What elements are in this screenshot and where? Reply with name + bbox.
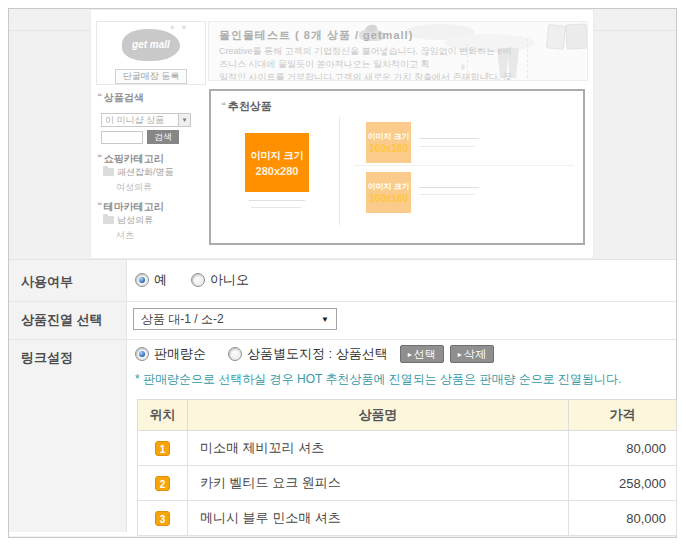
shopping-category-title: ❝쇼핑카테고리	[97, 152, 164, 166]
small-image-size: 160x160	[369, 143, 408, 154]
text-placeholder-line	[419, 187, 479, 188]
getmall-logo: get mall	[122, 29, 180, 61]
hanging-shirt-icon	[565, 23, 587, 49]
custom-select-label[interactable]: 상품별도지정 : 상품선택	[247, 345, 388, 363]
position-badge-2: 2	[155, 476, 170, 491]
settings-form: 사용여부 예 아니오 상품진열 선택 상품 대-1 / 소-2 ▼ 링크설정 판…	[9, 259, 676, 536]
position-header: 위치	[138, 400, 188, 431]
small-image-label: 이미지 크기	[367, 181, 409, 192]
price-header: 가격	[569, 400, 677, 431]
recommended-products-title: ❝추천상품	[221, 99, 272, 114]
arrow-right-icon: ▸	[408, 350, 412, 359]
recommended-products-settings-page: ✶ ✶ get mall 단골매장 등록 몰인몰테스트 ( 8개 상품 / ge…	[0, 0, 686, 544]
custom-select-radio[interactable]	[228, 347, 242, 361]
text-placeholder-line	[251, 207, 301, 208]
link-setting-label: 링크설정	[21, 349, 73, 367]
category-shirts[interactable]: 셔츠	[116, 229, 134, 242]
big-image-label: 이미지 크기	[251, 149, 304, 163]
search-scope-value: 이 미니샵 상품	[105, 115, 164, 125]
minishop-logo-panel: ✶ ✶ get mall 단골매장 등록	[96, 21, 206, 85]
position-cell: 2	[138, 466, 188, 501]
theme-category-title: ❝테마카테고리	[97, 200, 164, 214]
name-header: 상품명	[188, 400, 569, 431]
hanging-dress-icon	[546, 24, 566, 50]
table-row: 1 미소매 제비꼬리 셔츠 80,000	[138, 431, 677, 466]
product-search-title: ❝상품검색	[97, 91, 144, 105]
minishop-header-banner: 몰인몰테스트 ( 8개 상품 / getmall) Creative를 통해 고…	[208, 21, 588, 81]
select-products-button[interactable]: ▸선택	[400, 345, 444, 363]
use-yes-label[interactable]: 예	[154, 271, 167, 289]
category-fashion-accessories[interactable]: 패션잡화/명품	[103, 166, 174, 179]
chevron-down-icon: ▼	[321, 315, 329, 325]
product-price-cell: 80,000	[569, 501, 677, 536]
minishop-search-button[interactable]: 검색	[147, 130, 179, 144]
section-bullet-icon: ❝	[97, 92, 102, 101]
category-mens-clothing[interactable]: 남성의류	[103, 214, 153, 227]
product-name-cell: 메니시 블루 민소매 셔츠	[188, 501, 569, 536]
logo-stars-icon: ✶ ✶	[169, 24, 189, 32]
sales-order-radio[interactable]	[135, 347, 149, 361]
register-favorite-shop-button[interactable]: 단골매장 등록	[115, 69, 187, 84]
sales-order-note: * 판매량순으로 선택하실 경우 HOT 추천상품에 진열되는 상품은 판매량 …	[135, 371, 621, 388]
position-badge-1: 1	[155, 441, 170, 456]
minishop-search-scope-select[interactable]: 이 미니샵 상품 ▾	[101, 113, 191, 127]
position-cell: 1	[138, 431, 188, 466]
text-placeholder-line	[419, 146, 475, 147]
horizontal-divider	[354, 165, 574, 166]
use-no-label[interactable]: 아니오	[210, 271, 249, 289]
big-image-placeholder: 이미지 크기 280x280	[245, 133, 309, 192]
product-name-cell: 카키 벨티드 요크 원피스	[188, 466, 569, 501]
arrow-right-icon: ▸	[458, 350, 462, 359]
product-name-cell: 미소매 제비꼬리 셔츠	[188, 431, 569, 466]
position-cell: 3	[138, 501, 188, 536]
text-placeholder-line	[419, 138, 479, 139]
shop-title: 몰인몰테스트 ( 8개 상품 / getmall)	[219, 28, 413, 43]
table-row: 3 메니시 블루 민소매 셔츠 80,000	[138, 501, 677, 536]
text-placeholder-line	[249, 200, 305, 201]
table-row: 2 카키 벨티드 요크 원피스 258,000	[138, 466, 677, 501]
use-yes-radio[interactable]	[135, 273, 149, 287]
use-status-label: 사용여부	[21, 273, 73, 291]
display-order-value: 상품 대-1 / 소-2	[141, 312, 224, 326]
shop-description: Creative를 통해 고객의 기업정신을 불어넣습니다. 끊임없이 변화하는…	[219, 45, 519, 81]
display-order-label: 상품진열 선택	[21, 311, 103, 329]
delete-products-button[interactable]: ▸삭제	[450, 345, 494, 363]
folder-icon	[103, 216, 114, 224]
text-placeholder-line	[419, 194, 475, 195]
chevron-down-icon[interactable]: ▾	[178, 114, 190, 126]
product-table: 위치 상품명 가격 1 미소매 제비꼬리 셔츠 80,000 2 카키 벨티드 …	[137, 399, 677, 536]
small-image-placeholder-1: 이미지 크기 160x160	[366, 122, 411, 163]
vertical-divider	[339, 117, 340, 225]
product-price-cell: 80,000	[569, 431, 677, 466]
row-divider	[9, 339, 676, 340]
use-no-radio[interactable]	[191, 273, 205, 287]
position-badge-3: 3	[155, 511, 170, 526]
minishop-search-input[interactable]	[101, 131, 143, 144]
dashed-line	[527, 38, 528, 78]
small-image-placeholder-2: 이미지 크기 160x160	[366, 172, 411, 213]
small-image-label: 이미지 크기	[367, 131, 409, 142]
table-header-row: 위치 상품명 가격	[138, 400, 677, 431]
category-womens-clothing[interactable]: 여성의류	[116, 181, 152, 194]
folder-icon	[103, 168, 114, 176]
use-status-options: 예 아니오	[135, 271, 249, 289]
big-image-size: 280x280	[256, 165, 299, 177]
shop-description-line2: 일적인 사이트를 거부합니다.고객의 새로운 가치 창출에서 존재합니다. 끊임…	[219, 72, 512, 81]
section-bullet-icon: ❝	[97, 201, 102, 210]
row-divider	[9, 301, 676, 302]
display-order-select[interactable]: 상품 대-1 / 소-2 ▼	[133, 308, 337, 330]
product-price-cell: 258,000	[569, 466, 677, 501]
shop-description-line1: Creative를 통해 고객의 기업정신을 불어넣습니다. 끊임없이 변화하는…	[219, 46, 512, 69]
recommended-products-panel: ❝추천상품 이미지 크기 280x280 이미지 크기 160x160 이미지 …	[209, 89, 585, 245]
section-bullet-icon: ❝	[221, 101, 226, 110]
minishop-preview: ✶ ✶ get mall 단골매장 등록 몰인몰테스트 ( 8개 상품 / ge…	[90, 9, 594, 259]
small-image-size: 160x160	[369, 193, 408, 204]
sales-order-label[interactable]: 판매량순	[154, 345, 206, 363]
link-setting-options: 판매량순 상품별도지정 : 상품선택 ▸선택 ▸삭제	[135, 345, 494, 363]
section-bullet-icon: ❝	[97, 153, 102, 162]
